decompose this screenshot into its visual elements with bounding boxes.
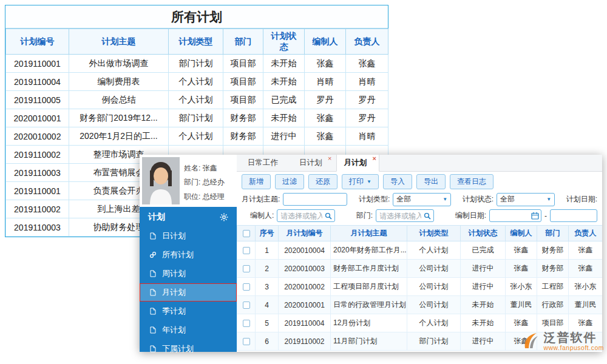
cell-plan-type: 公司计划 <box>407 278 461 296</box>
compiler-link[interactable]: 董川民 <box>506 296 537 314</box>
close-icon[interactable]: × <box>328 155 331 162</box>
watermark: 泛普软件 www.fanpusoft.com <box>521 331 604 351</box>
tab-daily-plan[interactable]: 日计划 × <box>292 155 334 171</box>
main-panel: 日常工作 日计划 × 月计划 × 新增 过滤 还原 打印 ▼ 导入 导出 查看日… <box>237 155 602 352</box>
plan-no-link[interactable]: 2020010001 <box>279 296 331 314</box>
toolbar: 新增 过滤 还原 打印 ▼ 导入 导出 查看日志 <box>237 172 602 191</box>
sidebar-item-monthly-plan[interactable]: 月计划 <box>140 283 237 302</box>
table-row[interactable]: 2020010002 2020年1月2日的工... 个人计划 财务部 进行中 张… <box>6 127 388 146</box>
plan-subject-link[interactable]: 日常的行政管理月计划 <box>331 296 407 314</box>
sidebar-item-yearly-plan[interactable]: 年计划 <box>140 321 237 339</box>
cell-plan-status: 已完成 <box>263 91 305 109</box>
plan-subject-link[interactable]: 11月部门计划 <box>331 332 407 351</box>
plan-subject-link[interactable]: 2020年财务部工作月... <box>331 241 407 260</box>
watermark-url: www.fanpusoft.com <box>543 344 604 351</box>
table-row[interactable]: 2019110001 外出做市场调查 部门计划 项目部 未开始 张鑫 张鑫 <box>6 55 388 73</box>
row-checkbox[interactable] <box>243 265 250 272</box>
view-log-button[interactable]: 查看日志 <box>450 174 493 189</box>
cell-plan-type: 个人计划 <box>169 73 223 91</box>
table-row[interactable]: 3 2020010002 工程项目部月度计划 公司计划 进行中 张小东 工程部 … <box>237 278 603 296</box>
sidebar-item-quarterly-plan[interactable]: 季计划 <box>140 302 237 320</box>
plan-subject-link[interactable]: 工程项目部月度计划 <box>331 278 407 296</box>
close-icon[interactable]: × <box>373 155 376 162</box>
cell-index: 4 <box>256 296 279 314</box>
col-compiler: 编制人 <box>506 226 537 241</box>
col-plan-type: 计划类型 <box>407 226 461 241</box>
compiler-link[interactable]: 张鑫 <box>506 314 537 332</box>
type-select-value: 全部 <box>396 194 411 204</box>
cell-owner: 肖晴 <box>346 127 388 146</box>
owner-link[interactable]: 张鑫 <box>569 241 603 260</box>
cell-plan-subject: 外出做市场调查 <box>69 55 169 73</box>
cell-plan-no: 2019110005 <box>6 91 69 109</box>
col-plan-subject: 月计划主题 <box>331 226 407 241</box>
cell-owner: 罗丹 <box>346 109 388 127</box>
chevron-down-icon: ▼ <box>546 197 551 202</box>
status-filter-label: 计划状态: <box>463 194 493 204</box>
table-row[interactable]: 2020010001 财务部门2019年12... 部门计划 财务部 未开始 张… <box>6 109 388 127</box>
file-icon <box>149 232 157 240</box>
search-icon[interactable] <box>424 212 431 220</box>
compiler-link[interactable]: 张鑫 <box>506 241 537 260</box>
compiler-link[interactable]: 张鑫 <box>506 260 537 278</box>
table-row[interactable]: 2019110004 编制费用表 个人计划 项目部 未开始 肖晴 肖晴 <box>6 73 388 91</box>
table-row[interactable]: 5 2019110004 12月份计划 个人计划 未开始 张鑫 项目部 张鑫 <box>237 314 603 332</box>
table-row[interactable]: 4 2020010001 日常的行政管理月计划 公司计划 未开始 董川民 行政部… <box>237 296 603 314</box>
table-header-row: 序号 月计划编号 月计划主题 计划类型 计划状态 编制人 部门 负责人 <box>237 226 603 241</box>
status-select[interactable]: 全部 ▼ <box>497 193 555 206</box>
cell-plan-type: 公司计划 <box>407 260 461 278</box>
owner-link[interactable]: 张鑫 <box>569 260 603 278</box>
row-checkbox[interactable] <box>243 302 250 309</box>
chevron-down-icon: ▼ <box>367 179 371 184</box>
subject-filter-input[interactable] <box>283 193 347 206</box>
calendar-icon[interactable] <box>531 212 539 220</box>
table-row[interactable]: 2019110005 例会总结 个人计划 项目部 已完成 罗丹 罗丹 <box>6 91 388 109</box>
sidebar-item-weekly-plan[interactable]: 周计划 <box>140 265 237 283</box>
compile-date-end-input[interactable] <box>550 209 597 222</box>
sidebar-item-daily-plan[interactable]: 日计划 <box>140 227 237 245</box>
compiler-link[interactable]: 张小东 <box>506 278 537 296</box>
owner-link[interactable]: 张小东 <box>569 278 603 296</box>
table-row[interactable]: 2 2020010003 财务部工作月度计划 公司计划 进行中 张鑫 财务部 张… <box>237 260 603 278</box>
import-button[interactable]: 导入 <box>383 174 412 189</box>
plan-subject-link[interactable]: 12月份计划 <box>331 314 407 332</box>
sidebar-item-all-plans[interactable]: 所有计划 <box>140 246 237 264</box>
plan-no-link[interactable]: 2020010004 <box>279 241 331 260</box>
cell-plan-no: 2019110002 <box>6 200 69 218</box>
tab-monthly-plan[interactable]: 月计划 × <box>336 155 380 172</box>
print-button[interactable]: 打印 ▼ <box>342 174 379 189</box>
search-icon[interactable] <box>325 212 332 220</box>
cell-index: 5 <box>256 314 279 332</box>
table-row[interactable]: 1 2020010004 2020年财务部工作月... 个人计划 已完成 张鑫 … <box>237 241 603 260</box>
row-checkbox[interactable] <box>243 283 250 291</box>
col-owner: 负责人 <box>346 29 388 55</box>
restore-button[interactable]: 还原 <box>308 174 337 189</box>
plan-subject-link[interactable]: 财务部工作月度计划 <box>331 260 407 278</box>
sidebar-section-title: 计划 <box>148 212 165 223</box>
plan-no-link[interactable]: 2019110004 <box>279 314 331 332</box>
export-button[interactable]: 导出 <box>416 174 446 189</box>
plan-no-link[interactable]: 2019110002 <box>279 332 331 351</box>
watermark-brand: 泛普软件 <box>543 331 597 344</box>
sidebar-items: 日计划 所有计划 周计划 <box>140 227 237 358</box>
plan-no-link[interactable]: 2020010003 <box>279 260 331 278</box>
cell-plan-subject: 财务部门2019年12... <box>69 109 169 127</box>
plan-no-link[interactable]: 2020010002 <box>279 278 331 296</box>
tab-label: 日计划 <box>299 158 322 167</box>
sidebar-item-subordinate-plan[interactable]: 下属计划 <box>140 340 237 358</box>
owner-link[interactable]: 张鑫 <box>569 314 603 332</box>
cell-select <box>237 314 256 332</box>
row-checkbox[interactable] <box>243 338 250 345</box>
gear-icon[interactable] <box>220 213 228 221</box>
owner-link[interactable]: 董川民 <box>569 296 603 314</box>
cell-plan-type: 个人计划 <box>407 241 461 260</box>
select-all-checkbox[interactable] <box>243 230 250 237</box>
tab-daily-work[interactable]: 日常工作 <box>240 155 290 171</box>
add-button[interactable]: 新增 <box>242 174 271 189</box>
row-checkbox[interactable] <box>243 320 250 327</box>
type-select[interactable]: 全部 ▼ <box>393 193 451 206</box>
row-checkbox[interactable] <box>243 247 250 254</box>
compile-date-filter-label: 编制日期: <box>455 211 486 221</box>
filter-button[interactable]: 过滤 <box>275 174 304 189</box>
cell-plan-status: 已完成 <box>461 241 506 260</box>
